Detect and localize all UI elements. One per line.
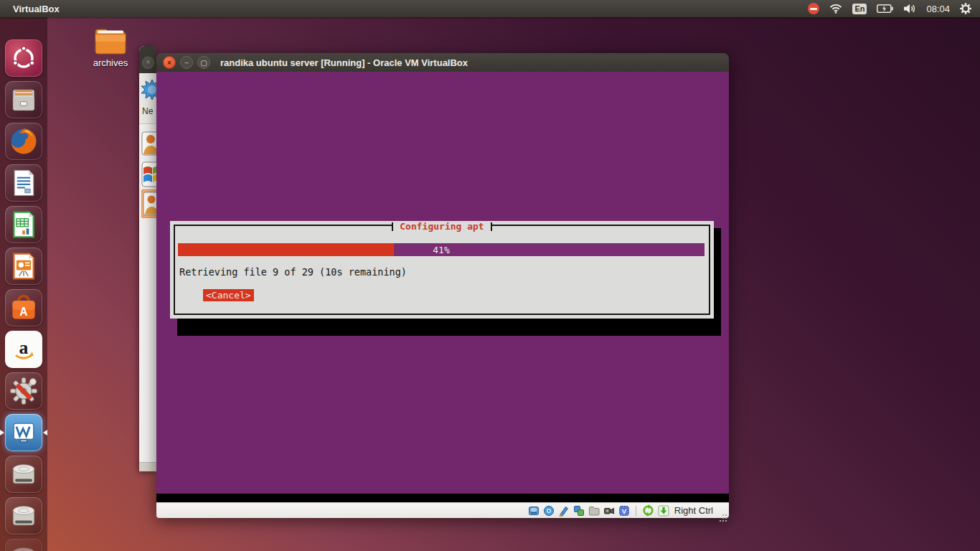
software-center-icon: A	[8, 292, 39, 324]
manager-close-button[interactable]: ×	[142, 57, 154, 69]
clock[interactable]: 08:04	[926, 4, 950, 14]
progress-bar: 41%	[178, 243, 705, 256]
launcher-item-firefox[interactable]	[5, 123, 42, 160]
keyboard-layout-badge[interactable]: En	[852, 4, 867, 14]
launcher-item-ubuntu-dash[interactable]	[5, 39, 42, 77]
virtualbox-manager-window[interactable]: × Ne	[139, 46, 156, 471]
folder-label: archives	[88, 57, 133, 68]
battery-icon[interactable]	[877, 4, 893, 13]
manager-titlebar: ×	[139, 46, 156, 73]
files-icon	[8, 84, 39, 116]
disk-drive-icon	[8, 458, 39, 490]
libreoffice-impress-icon	[8, 250, 39, 282]
display-icon[interactable]	[603, 505, 615, 517]
wifi-icon[interactable]	[829, 4, 842, 14]
console-black-band	[156, 494, 729, 502]
keyboard-capture-icon[interactable]	[658, 505, 669, 517]
vm-window: × – ▢ randika ubuntu server [Running] - …	[156, 53, 729, 518]
svg-text:a: a	[19, 337, 29, 358]
system-settings-icon	[8, 375, 39, 407]
minimize-button[interactable]: –	[180, 56, 193, 69]
launcher-item-libreoffice-writer[interactable]	[5, 164, 42, 202]
svg-text:V: V	[622, 507, 627, 515]
disk-drive-ghost-icon	[8, 542, 39, 551]
vm-list-item-selected-icon[interactable]	[141, 189, 156, 218]
launcher-item-system-settings[interactable]	[5, 372, 42, 410]
virtualization-icon[interactable]: V	[618, 505, 630, 517]
session-gear-icon[interactable]	[960, 3, 971, 14]
launcher-item-disk-drive-2[interactable]	[5, 497, 42, 534]
launcher-item-files[interactable]	[5, 81, 42, 118]
ubuntu-logo-icon	[9, 44, 38, 72]
launcher-item-amazon[interactable]: a	[5, 331, 42, 368]
network-icon[interactable]	[573, 505, 585, 517]
launcher-running-arrow	[0, 430, 7, 435]
new-vm-label: Ne	[142, 106, 153, 116]
svg-text:A: A	[19, 306, 27, 318]
new-vm-icon[interactable]	[141, 79, 156, 100]
folder-icon	[93, 26, 128, 56]
virtualbox-icon	[8, 417, 39, 448]
launcher-item-libreoffice-impress[interactable]	[5, 248, 42, 285]
libreoffice-writer-icon	[8, 167, 39, 199]
amazon-icon: a	[8, 334, 39, 365]
libreoffice-calc-icon	[8, 209, 39, 240]
manager-toolbar: Ne	[139, 73, 156, 124]
launcher-item-virtualbox[interactable]	[5, 414, 42, 451]
firefox-icon	[8, 126, 39, 157]
optical-drives-icon[interactable]	[543, 505, 555, 517]
active-app-title: VirtualBox	[13, 4, 60, 14]
vm-list-item-2-icon[interactable]	[141, 161, 156, 187]
installer-dialog: Configuring apt 41% Retrieving file 9 of…	[170, 221, 714, 319]
host-key-label: Right Ctrl	[674, 505, 713, 516]
shared-folders-icon[interactable]	[588, 505, 600, 517]
vm-statusbar: V Right Ctrl	[156, 502, 729, 518]
progress-percent-label: 41%	[178, 245, 705, 255]
dialog-title-row: Configuring apt	[170, 221, 714, 232]
desktop-folder-archives[interactable]: archives	[88, 26, 133, 68]
mouse-integration-icon[interactable]	[642, 504, 654, 517]
progress-status-text: Retrieving file 9 of 29 (10s remaining)	[179, 266, 407, 278]
launcher-item-ubuntu-software-center[interactable]: A	[5, 289, 42, 326]
vm-console-screen[interactable]: Configuring apt 41% Retrieving file 9 of…	[156, 72, 729, 502]
desktop: VirtualBox En	[0, 0, 980, 551]
statusbar-separator	[636, 506, 636, 516]
volume-icon[interactable]	[903, 4, 916, 14]
unity-launcher: A a	[0, 17, 47, 551]
resize-grip[interactable]	[720, 509, 727, 516]
cancel-button[interactable]: <Cancel>	[203, 289, 254, 301]
vm-list-item-1-icon[interactable]	[141, 131, 156, 156]
vm-window-title: randika ubuntu server [Running] - Oracle…	[220, 57, 468, 68]
launcher-item-disk-drive-ghost[interactable]	[5, 539, 42, 551]
audio-icon[interactable]	[558, 505, 570, 517]
disk-drive-icon	[8, 500, 39, 532]
manager-statusbar	[139, 462, 156, 471]
launcher-focused-arrow	[40, 430, 47, 435]
maximize-button[interactable]: ▢	[197, 56, 210, 69]
notifications-dnd-icon[interactable]	[808, 3, 819, 14]
close-button[interactable]: ×	[163, 56, 176, 69]
dialog-title: Configuring apt	[393, 221, 490, 232]
hard-disks-icon[interactable]	[528, 505, 540, 517]
launcher-item-libreoffice-calc[interactable]	[5, 206, 42, 243]
title-right-tick	[491, 222, 492, 231]
launcher-item-disk-drive-1[interactable]	[5, 456, 42, 493]
top-panel: VirtualBox En	[0, 0, 980, 17]
vm-titlebar[interactable]: × – ▢ randika ubuntu server [Running] - …	[156, 53, 729, 72]
